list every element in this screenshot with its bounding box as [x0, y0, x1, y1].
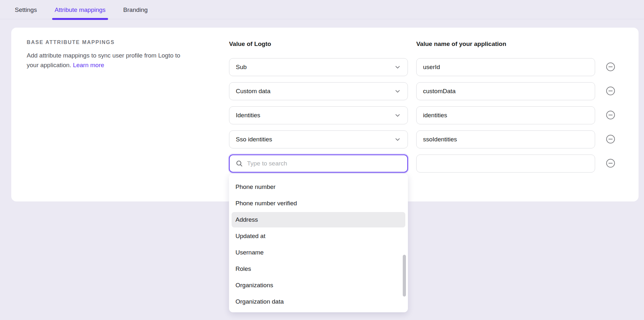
logto-value-select-label: Identities [236, 112, 260, 119]
remove-row-button[interactable] [606, 62, 615, 72]
chevron-down-icon [394, 88, 401, 95]
minus-circle-icon [606, 158, 615, 169]
app-value-input[interactable] [417, 83, 595, 100]
chevron-down-icon [394, 136, 401, 143]
card-intro: BASE ATTRIBUTE MAPPINGS Add attribute ma… [27, 39, 181, 70]
logto-value-search-select[interactable] [229, 155, 408, 173]
chevron-down-icon [394, 112, 401, 119]
logto-value-select[interactable]: Custom data [229, 82, 408, 100]
app-value-input[interactable] [417, 155, 595, 172]
app-value-field [416, 58, 595, 76]
minus-circle-icon [606, 86, 615, 97]
column-header-logto-value: Value of Logto [229, 40, 416, 48]
minus-circle-icon [606, 110, 615, 121]
mapping-row: Custom data [229, 82, 615, 100]
app-value-field [416, 106, 595, 124]
remove-row-button[interactable] [606, 135, 615, 144]
tab-attribute-mappings[interactable]: Attribute mappings [53, 6, 107, 19]
column-header-app-value: Value name of your application [416, 40, 595, 48]
remove-row-button[interactable] [606, 159, 615, 168]
mapping-row-new [229, 155, 615, 173]
search-input[interactable] [247, 160, 401, 167]
app-value-field [416, 82, 595, 100]
app-value-input[interactable] [417, 107, 595, 124]
logto-value-select[interactable]: Sub [229, 58, 408, 76]
attribute-dropdown-menu: Phone number Phone number verified Addre… [229, 174, 408, 312]
dropdown-item-organizations[interactable]: Organizations [232, 278, 405, 293]
logto-value-select-label: Sub [236, 64, 247, 71]
mappings-grid: Value of Logto Value name of your applic… [229, 40, 615, 179]
dropdown-item-organization-data[interactable]: Organization data [232, 294, 405, 309]
column-headers: Value of Logto Value name of your applic… [229, 40, 615, 48]
dropdown-item-roles[interactable]: Roles [232, 261, 405, 277]
tab-bar: Settings Attribute mappings Branding [0, 0, 644, 19]
logto-value-select-label: Custom data [236, 88, 271, 95]
dropdown-scrollbar-thumb[interactable] [403, 255, 406, 297]
logto-value-select-label: Sso identities [236, 136, 272, 143]
minus-circle-icon [606, 62, 615, 73]
dropdown-item-username[interactable]: Username [232, 245, 405, 260]
search-icon [236, 160, 243, 167]
dropdown-item-updated-at[interactable]: Updated at [232, 228, 405, 244]
remove-row-button[interactable] [606, 111, 615, 120]
dropdown-item-address[interactable]: Address [232, 212, 405, 227]
chevron-down-icon [394, 64, 401, 71]
app-value-field [416, 155, 595, 173]
dropdown-item-phone-number[interactable]: Phone number [232, 179, 405, 195]
learn-more-link[interactable]: Learn more [73, 62, 104, 68]
mapping-row: Identities [229, 106, 615, 124]
logto-value-select[interactable]: Sso identities [229, 130, 408, 148]
app-value-input[interactable] [417, 131, 595, 148]
mapping-row: Sub [229, 58, 615, 76]
section-description: Add attribute mappings to sync user prof… [27, 51, 181, 70]
logto-value-select[interactable]: Identities [229, 106, 408, 124]
tab-branding[interactable]: Branding [122, 6, 149, 19]
app-value-field [416, 130, 595, 148]
dropdown-item-phone-number-verified[interactable]: Phone number verified [232, 196, 405, 211]
tab-settings[interactable]: Settings [14, 6, 38, 19]
section-title: BASE ATTRIBUTE MAPPINGS [27, 39, 181, 45]
app-value-input[interactable] [417, 58, 595, 76]
minus-circle-icon [606, 134, 615, 145]
mapping-row: Sso identities [229, 130, 615, 148]
remove-row-button[interactable] [606, 86, 615, 96]
